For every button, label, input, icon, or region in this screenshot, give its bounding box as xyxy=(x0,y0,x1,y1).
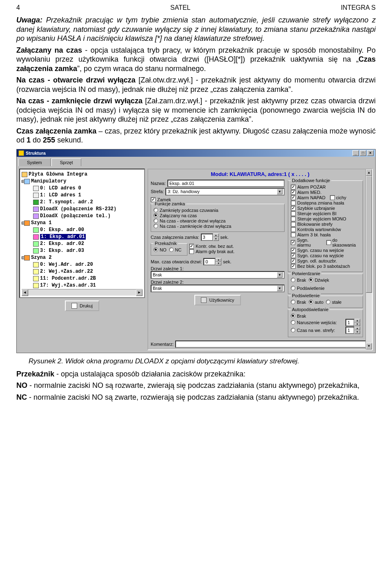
page-header: 4 SATEL INTEGRA S xyxy=(16,4,376,11)
chk-sygn-odl[interactable]: ✓ xyxy=(291,258,296,263)
spin-up-icon[interactable]: ▲ xyxy=(213,234,219,237)
chk-alarm-brak[interactable] xyxy=(189,249,194,254)
komentarz-label: Komentarz: xyxy=(151,342,174,347)
figure-caption: Rysunek 2. Widok okna programu DLOADX z … xyxy=(29,357,376,365)
radio-pod-auto[interactable] xyxy=(309,300,313,304)
tree-tsynopt[interactable]: 2: T.synopt. adr.2 xyxy=(22,199,143,206)
tree-eksp02[interactable]: 2: Eksp. adr.02 xyxy=(22,240,143,247)
print-button[interactable]: Drukuj xyxy=(65,300,99,311)
close-button[interactable]: × xyxy=(367,150,374,156)
radio-f2[interactable] xyxy=(154,213,158,218)
opt-zalaczany: Załączany na czas xyxy=(16,46,82,54)
chk-szybkie[interactable]: ✓ xyxy=(291,206,296,211)
chk-bez-blok[interactable]: ✓ xyxy=(291,264,296,269)
tree-eksp00[interactable]: 0: Eksp. adr.00 xyxy=(22,227,143,234)
tree-dloadx-rs[interactable]: DloadX (połączenie RS-232) xyxy=(22,206,143,213)
tree-dloadx-tel[interactable]: DloadX (połączenie tel.) xyxy=(22,213,143,220)
app-icon xyxy=(18,150,24,156)
scroll-down-icon[interactable]: ▼ xyxy=(366,343,372,349)
tree-lcd0[interactable]: 0: LCD adres 0 xyxy=(22,185,143,192)
tree-hscroll[interactable]: ◄ ► xyxy=(22,289,143,296)
radio-au-brak[interactable] xyxy=(291,314,295,318)
chk-sygn-wej[interactable]: ✓ xyxy=(291,248,296,253)
max-czas-spinner[interactable]: ▲▼ xyxy=(203,258,221,265)
printer-icon xyxy=(71,303,77,309)
module-title: Moduł: KLAWIATURA, adres:1 ( x . . . . ) xyxy=(151,171,370,177)
tab-sprzet[interactable]: Sprzęt xyxy=(51,158,82,166)
strefa-label: Strefa: xyxy=(151,189,164,194)
radio-potw-dzw[interactable] xyxy=(309,278,313,282)
chk-zmiana-hasla[interactable] xyxy=(291,200,296,205)
chk-wartownik[interactable] xyxy=(291,227,296,232)
tree-szyna1[interactable]: ⊟Szyna 1 xyxy=(22,220,143,227)
tree-lcd1[interactable]: 1: LCD adres 1 xyxy=(22,192,143,199)
tree-eksp03[interactable]: 3: Eksp. adr.03 xyxy=(22,247,143,254)
tree-wyj31[interactable]: 17: Wyj.+Zas.adr.31 xyxy=(22,282,143,289)
radio-pod-stale[interactable] xyxy=(326,300,330,304)
tree-pane[interactable]: Płyta Główna Integra ⊟Manipulatory 0: LC… xyxy=(19,169,145,298)
panel-vscroll[interactable]: ▲ ▼ xyxy=(365,169,372,349)
radio-f4[interactable] xyxy=(154,224,158,228)
au-czas-spinner[interactable]: ▲▼ xyxy=(345,327,360,334)
tree-wej22[interactable]: 2: Wej.+Zas.adr.22 xyxy=(22,268,143,275)
chk-mono[interactable] xyxy=(291,216,296,221)
chk-bi[interactable] xyxy=(291,211,296,216)
au-nar-spinner[interactable]: ▲▼ xyxy=(345,319,360,326)
chk-napad[interactable]: ✓ xyxy=(291,195,296,200)
maximize-button[interactable]: □ xyxy=(360,150,366,156)
komentarz-input[interactable] xyxy=(175,340,370,348)
chk-kontr[interactable]: ✓ xyxy=(189,244,194,249)
tree-manipulatory[interactable]: ⊟Manipulatory xyxy=(22,178,143,185)
header-right: INTEGRA S xyxy=(341,4,376,11)
radio-au-czas[interactable] xyxy=(291,328,295,332)
drzwi1-select[interactable]: Brak▼ xyxy=(151,271,285,279)
chk-pozar[interactable]: ✓ xyxy=(291,185,296,189)
no-label: NO xyxy=(16,381,27,389)
radio-pod-brak[interactable] xyxy=(291,300,295,304)
radio-potw-pod[interactable] xyxy=(291,286,295,290)
opt-zalaczany-desc2: ”, po czym wraca do stanu normalnego. xyxy=(77,65,206,73)
drzwi1-label: Drzwi zależne 1: xyxy=(151,266,285,271)
spin-down-icon[interactable]: ▼ xyxy=(213,237,219,241)
radio-nc[interactable] xyxy=(169,247,174,252)
tab-system[interactable]: System xyxy=(18,158,51,166)
strefa-select[interactable]: 3: Dz. handlowy ▼ xyxy=(165,188,285,196)
tree-szyna2[interactable]: ⊟Szyna 2 xyxy=(22,254,143,261)
after-text: Przekaźnik - opcja ustalająca sposób dzi… xyxy=(16,369,376,402)
tree-pod2b[interactable]: 11: Podcentr.adr.2B xyxy=(22,275,143,282)
uzytkownicy-button[interactable]: Użytkownicy xyxy=(194,295,241,305)
chevron-down-icon: ▼ xyxy=(277,285,283,291)
radio-no[interactable] xyxy=(154,247,158,252)
nazwa-label: Nazwa: xyxy=(151,181,166,186)
funkcje-zamka-group: Funkcje zamka Zamknięty podczas czuwania… xyxy=(151,204,285,232)
radio-potw-brak[interactable] xyxy=(291,278,295,282)
tree-root[interactable]: Płyta Główna Integra xyxy=(22,171,143,178)
chk-med[interactable]: ✓ xyxy=(291,190,296,195)
module-panel: Moduł: KLAWIATURA, adres:1 ( x . . . . )… xyxy=(147,169,373,350)
tree-wej20[interactable]: 0: Wej.Adr. adr.20 xyxy=(22,261,143,268)
chk-3bl[interactable] xyxy=(291,232,296,237)
chk-sygn-alarm[interactable]: ✓ xyxy=(291,240,295,245)
nc-label: NC xyxy=(16,393,27,401)
opt-na-czas-otw: Na czas - otwarcie drzwi wyłącza xyxy=(16,76,136,84)
radio-au-naruszenie[interactable] xyxy=(291,320,295,325)
chevron-down-icon: ▼ xyxy=(277,272,283,278)
scroll-thumb[interactable] xyxy=(366,176,372,293)
minimize-button[interactable]: _ xyxy=(352,150,359,156)
przekaznik-desc: - opcja ustalająca sposób działania zaci… xyxy=(54,370,245,378)
scroll-left-icon[interactable]: ◄ xyxy=(22,289,28,296)
scroll-up-icon[interactable]: ▲ xyxy=(366,169,372,176)
titlebar[interactable]: Struktura _ □ × xyxy=(17,149,375,157)
chk-cichy[interactable] xyxy=(330,195,335,200)
chk-sygn-wyj[interactable]: ✓ xyxy=(291,253,296,258)
czas-zal-spinner[interactable]: ▲▼ xyxy=(201,234,219,241)
chk-blok-strefy[interactable] xyxy=(291,222,296,227)
radio-f1[interactable] xyxy=(154,208,158,212)
scroll-right-icon[interactable]: ► xyxy=(136,289,143,296)
chk-do-skasowania[interactable] xyxy=(326,240,331,245)
drzwi2-select[interactable]: Brak▼ xyxy=(151,285,285,292)
nazwa-input[interactable] xyxy=(167,180,285,187)
radio-f3[interactable] xyxy=(154,218,158,223)
opt-czas-zal-desc3: sekund. xyxy=(55,136,83,144)
tree-eksp01[interactable]: 1: Eksp. adr.01 xyxy=(22,234,143,240)
